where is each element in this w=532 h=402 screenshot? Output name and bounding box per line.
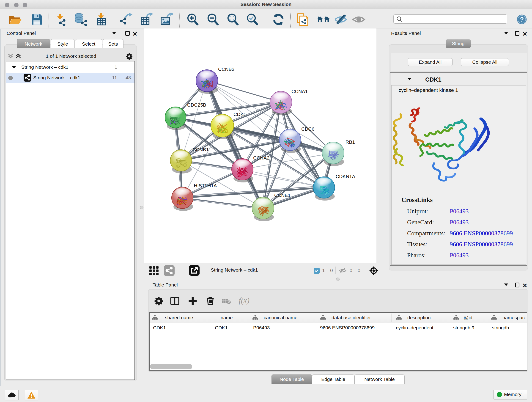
svg-text:RB1: RB1 (346, 139, 355, 145)
svg-text:CDK1: CDK1 (234, 112, 246, 117)
svg-text:HIST1H1A: HIST1H1A (194, 183, 217, 188)
svg-text:CCNA2: CCNA2 (253, 155, 269, 160)
svg-text:CCNB1: CCNB1 (192, 147, 209, 152)
svg-text:CCNE1: CCNE1 (274, 192, 291, 198)
svg-text:CDKN1A: CDKN1A (336, 174, 355, 179)
svg-text:CCNA1: CCNA1 (291, 89, 308, 94)
svg-text:CDC6: CDC6 (301, 126, 314, 132)
svg-text:CDC25B: CDC25B (187, 102, 206, 108)
svg-text:?: ? (520, 16, 524, 23)
svg-text:CCNB2: CCNB2 (218, 66, 234, 72)
